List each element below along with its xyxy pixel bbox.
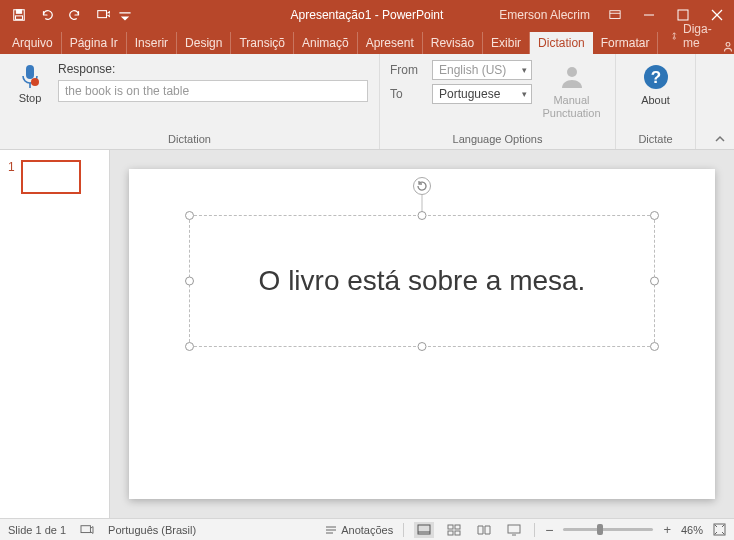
slideshow-view-button[interactable] bbox=[504, 522, 524, 538]
svg-rect-25 bbox=[448, 525, 453, 529]
collapse-ribbon-button[interactable] bbox=[714, 133, 726, 145]
ribbon-display-options-button[interactable] bbox=[598, 0, 632, 30]
notes-button[interactable]: Anotações bbox=[325, 524, 393, 536]
response-input[interactable] bbox=[58, 80, 368, 102]
group-dictation-label: Dictation bbox=[0, 129, 379, 149]
to-label: To bbox=[390, 87, 424, 101]
resize-handle-e[interactable] bbox=[650, 277, 659, 286]
tab-exibir[interactable]: Exibir bbox=[483, 32, 530, 54]
svg-rect-27 bbox=[448, 531, 453, 535]
slide-sorter-view-button[interactable] bbox=[444, 522, 464, 538]
svg-rect-1 bbox=[16, 10, 21, 14]
svg-rect-28 bbox=[455, 531, 460, 535]
svg-rect-19 bbox=[81, 525, 90, 532]
slide[interactable]: O livro está sobre a mesa. bbox=[129, 169, 715, 499]
to-language-value: Portuguese bbox=[439, 87, 500, 101]
slide-canvas-area[interactable]: O livro está sobre a mesa. bbox=[110, 150, 734, 518]
group-dictate-label: Dictate bbox=[616, 129, 695, 149]
tab-transicoes[interactable]: Transiçõ bbox=[231, 32, 294, 54]
zoom-out-button[interactable]: − bbox=[545, 522, 553, 538]
workspace: 1 O livro está sobre a mesa. bbox=[0, 150, 734, 518]
slide-thumbnail-1[interactable] bbox=[21, 160, 81, 194]
response-label: Response: bbox=[58, 62, 368, 76]
thumbnail-number: 1 bbox=[8, 160, 15, 174]
resize-handle-se[interactable] bbox=[650, 342, 659, 351]
help-icon: ? bbox=[641, 62, 671, 92]
title-bar: Apresentação1 - PowerPoint Emerson Alecr… bbox=[0, 0, 734, 30]
notes-label: Anotações bbox=[341, 524, 393, 536]
svg-rect-29 bbox=[508, 525, 520, 533]
normal-view-button[interactable] bbox=[414, 522, 434, 538]
rotate-handle[interactable] bbox=[413, 177, 431, 195]
from-language-value: English (US) bbox=[439, 63, 506, 77]
redo-button[interactable] bbox=[62, 1, 88, 29]
svg-point-11 bbox=[726, 42, 730, 46]
svg-point-10 bbox=[674, 37, 676, 39]
status-bar: Slide 1 de 1 Português (Brasil) Anotaçõe… bbox=[0, 518, 734, 540]
minimize-button[interactable] bbox=[632, 0, 666, 30]
resize-handle-sw[interactable] bbox=[185, 342, 194, 351]
slide-position[interactable]: Slide 1 de 1 bbox=[8, 524, 66, 536]
start-from-beginning-button[interactable] bbox=[90, 1, 116, 29]
proofing-language[interactable]: Português (Brasil) bbox=[108, 524, 196, 536]
undo-button[interactable] bbox=[34, 1, 60, 29]
svg-rect-4 bbox=[610, 11, 620, 19]
title-text: O livro está sobre a mesa. bbox=[259, 265, 586, 297]
resize-handle-w[interactable] bbox=[185, 277, 194, 286]
stop-label: Stop bbox=[19, 92, 42, 104]
tab-formatar[interactable]: Formatar bbox=[593, 32, 659, 54]
tab-animacoes[interactable]: Animaçõ bbox=[294, 32, 358, 54]
person-icon bbox=[557, 62, 587, 92]
manual-punctuation-label: Manual Punctuation bbox=[538, 94, 605, 120]
qat-customize-button[interactable] bbox=[118, 1, 132, 29]
from-language-combo[interactable]: English (US) ▾ bbox=[432, 60, 532, 80]
tab-apresentacao[interactable]: Apresent bbox=[358, 32, 423, 54]
slide-thumbnails-pane[interactable]: 1 bbox=[0, 150, 110, 518]
svg-rect-23 bbox=[418, 525, 430, 534]
resize-handle-ne[interactable] bbox=[650, 211, 659, 220]
svg-point-16 bbox=[567, 67, 577, 77]
reading-view-button[interactable] bbox=[474, 522, 494, 538]
about-label: About bbox=[641, 94, 670, 107]
about-button[interactable]: ? About bbox=[622, 60, 690, 107]
accessibility-icon[interactable] bbox=[80, 524, 94, 536]
group-lang-label: Language Options bbox=[380, 129, 615, 149]
svg-rect-3 bbox=[98, 11, 107, 18]
tab-inserir[interactable]: Inserir bbox=[127, 32, 177, 54]
resize-handle-s[interactable] bbox=[418, 342, 427, 351]
svg-rect-26 bbox=[455, 525, 460, 529]
app-name: PowerPoint bbox=[382, 8, 443, 22]
to-language-combo[interactable]: Portuguese ▾ bbox=[432, 84, 532, 104]
zoom-slider-thumb[interactable] bbox=[597, 524, 603, 535]
tell-me-search[interactable]: Diga-me bbox=[664, 18, 721, 54]
tab-arquivo[interactable]: Arquivo bbox=[4, 32, 62, 54]
thumbnail-row: 1 bbox=[8, 160, 101, 194]
save-button[interactable] bbox=[6, 1, 32, 29]
tell-me-label: Diga-me bbox=[683, 22, 715, 50]
doc-name: Apresentação1 bbox=[291, 8, 372, 22]
tab-dictation[interactable]: Dictation bbox=[530, 32, 593, 54]
resize-handle-nw[interactable] bbox=[185, 211, 194, 220]
tab-pagina-inicial[interactable]: Página Ir bbox=[62, 32, 127, 54]
fit-to-window-button[interactable] bbox=[713, 523, 726, 536]
title-textbox[interactable]: O livro está sobre a mesa. bbox=[189, 215, 655, 347]
share-button[interactable] bbox=[721, 40, 734, 54]
quick-access-toolbar bbox=[0, 1, 132, 29]
ribbon: Stop Response: Dictation From English (U… bbox=[0, 54, 734, 150]
tab-revisao[interactable]: Revisão bbox=[423, 32, 483, 54]
divider bbox=[534, 523, 535, 537]
svg-rect-2 bbox=[16, 16, 23, 20]
manual-punctuation-button: Manual Punctuation bbox=[538, 60, 605, 120]
svg-rect-13 bbox=[26, 65, 34, 79]
microphone-icon bbox=[19, 64, 41, 90]
zoom-in-button[interactable]: + bbox=[663, 522, 671, 537]
chevron-down-icon: ▾ bbox=[522, 89, 527, 99]
svg-point-15 bbox=[31, 78, 39, 86]
zoom-slider[interactable] bbox=[563, 528, 653, 531]
stop-dictation-button[interactable]: Stop bbox=[10, 60, 50, 104]
resize-handle-n[interactable] bbox=[418, 211, 427, 220]
tab-design[interactable]: Design bbox=[177, 32, 231, 54]
zoom-level[interactable]: 46% bbox=[681, 524, 703, 536]
signed-in-user[interactable]: Emerson Alecrim bbox=[499, 8, 598, 22]
chevron-down-icon: ▾ bbox=[522, 65, 527, 75]
